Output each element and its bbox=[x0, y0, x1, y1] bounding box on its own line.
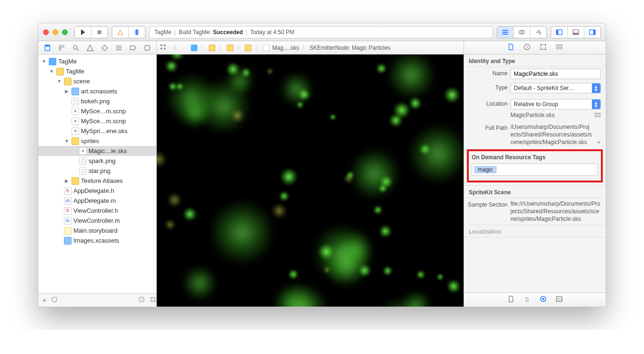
png-icon: ▢ bbox=[72, 98, 79, 105]
file-inspector-tab[interactable] bbox=[507, 43, 515, 52]
filter-scm-icon[interactable] bbox=[150, 296, 156, 304]
disclosure-triangle[interactable]: ▼ bbox=[41, 59, 47, 64]
project-tree[interactable]: ▼TagMe▼TagMe▼scene▶art.scnassets▢bokeh.p… bbox=[38, 54, 156, 293]
tree-item-label: spark.png bbox=[89, 157, 116, 164]
disclosure-triangle[interactable]: ▶ bbox=[64, 178, 70, 183]
inspector-tabstrip: ? bbox=[464, 41, 606, 54]
search-navigator-tab[interactable] bbox=[71, 44, 81, 52]
filter-clock-icon[interactable] bbox=[138, 296, 145, 304]
run-button[interactable] bbox=[75, 27, 91, 38]
filter-input[interactable] bbox=[63, 297, 134, 304]
tree-row[interactable]: ✦Magic…le.sks bbox=[38, 146, 156, 156]
tree-row[interactable]: Main.storyboard bbox=[38, 226, 156, 236]
zoom-button[interactable] bbox=[62, 29, 68, 35]
disclosure-triangle[interactable]: ▼ bbox=[56, 79, 62, 84]
tree-row[interactable]: Images.xcassets bbox=[38, 236, 156, 245]
tree-row[interactable]: ▼scene bbox=[38, 76, 156, 86]
particle bbox=[209, 200, 275, 265]
disclosure-triangle[interactable]: ▼ bbox=[64, 138, 70, 144]
particle bbox=[168, 82, 178, 91]
disclosure-triangle[interactable]: ▶ bbox=[64, 89, 70, 94]
choose-location-icon[interactable] bbox=[594, 111, 601, 119]
standard-editor-button[interactable] bbox=[497, 27, 514, 38]
project-navigator-tab[interactable] bbox=[42, 44, 53, 52]
tree-row[interactable]: ✦MySpri…ene.sks bbox=[38, 126, 156, 136]
tree-row[interactable]: ✦MySce…m.scnp bbox=[38, 116, 156, 126]
close-button[interactable] bbox=[43, 29, 49, 35]
toggle-inspector-button[interactable] bbox=[584, 27, 600, 38]
tree-row[interactable]: ▼TagMe bbox=[38, 66, 156, 76]
particle bbox=[376, 63, 387, 74]
tree-row[interactable]: ▶Texture Atlases bbox=[38, 176, 156, 186]
odr-tag-chip[interactable]: magic bbox=[474, 166, 497, 173]
tree-row[interactable]: ▢spark.png bbox=[38, 156, 156, 166]
particle-canvas[interactable] bbox=[157, 54, 464, 307]
code-snippet-library-tab[interactable]: {} bbox=[523, 295, 531, 304]
version-editor-button[interactable] bbox=[530, 27, 546, 38]
filter-recent-icon[interactable] bbox=[51, 296, 58, 304]
tree-item-label: scene bbox=[73, 78, 90, 85]
tree-row[interactable]: ▶art.scnassets bbox=[38, 86, 156, 96]
symbol-navigator-tab[interactable] bbox=[56, 44, 67, 52]
xcode-window: TagMe | Build TagMe: Succeeded | Today a… bbox=[38, 23, 606, 307]
tree-row[interactable]: mAppDelegate.m bbox=[38, 196, 156, 206]
add-button[interactable]: + bbox=[42, 296, 46, 305]
tree-row[interactable]: hAppDelegate.h bbox=[38, 186, 156, 196]
folder-icon bbox=[72, 137, 79, 145]
jump-bar[interactable]: 〈 〉 〉 〉 〉 〉 Mag….sks 〉 SKEmitterNode: Ma… bbox=[157, 41, 464, 54]
back-button[interactable]: 〈 bbox=[168, 44, 179, 52]
tree-item-label: TagMe bbox=[58, 58, 77, 65]
tree-item-label: MySpri…ene.sks bbox=[81, 127, 127, 135]
particle bbox=[437, 273, 444, 281]
toggle-navigator-button[interactable] bbox=[551, 27, 568, 38]
svg-point-30 bbox=[52, 297, 57, 302]
particle bbox=[416, 270, 425, 279]
minimize-button[interactable] bbox=[53, 29, 58, 35]
issue-navigator-tab[interactable] bbox=[85, 44, 95, 52]
particle bbox=[183, 207, 197, 221]
media-library-tab[interactable] bbox=[555, 295, 563, 304]
crumb-file-icon bbox=[263, 45, 269, 51]
tree-row[interactable]: ✦MySce…m.scnp bbox=[38, 106, 156, 116]
tree-row[interactable]: ▼TagMe bbox=[38, 56, 156, 66]
tree-row[interactable]: mViewController.m bbox=[38, 216, 156, 226]
tree-row[interactable]: hViewController.h bbox=[38, 206, 156, 216]
quick-help-tab[interactable]: ? bbox=[523, 43, 531, 52]
test-navigator-tab[interactable] bbox=[99, 44, 110, 52]
svg-rect-1 bbox=[98, 30, 101, 34]
debug-navigator-tab[interactable] bbox=[114, 44, 124, 52]
crumb-node-label[interactable]: SKEmitterNode: Magic Particles bbox=[310, 45, 391, 51]
particle bbox=[288, 269, 298, 280]
run-stop-group bbox=[74, 26, 108, 38]
tree-row[interactable]: ▢star.png bbox=[38, 166, 156, 176]
scheme-selector[interactable] bbox=[112, 26, 145, 38]
name-field[interactable] bbox=[510, 69, 601, 79]
file-template-library-tab[interactable] bbox=[507, 295, 515, 304]
forward-button[interactable]: 〉 bbox=[181, 44, 189, 52]
assistant-editor-button[interactable] bbox=[514, 27, 530, 38]
reveal-in-finder-icon[interactable]: ➜ bbox=[596, 139, 601, 145]
tree-row[interactable]: ▼sprites bbox=[38, 136, 156, 146]
location-select[interactable]: Relative to Group ▲▼ bbox=[510, 99, 601, 109]
particle bbox=[358, 264, 371, 277]
h-icon: h bbox=[64, 187, 72, 195]
stop-button[interactable] bbox=[91, 27, 107, 38]
tree-row[interactable]: ▢bokeh.png bbox=[38, 96, 156, 106]
object-library-tab[interactable] bbox=[539, 295, 547, 304]
odr-tags-field[interactable]: magic bbox=[472, 163, 598, 176]
scene-icon: ✦ bbox=[72, 127, 79, 135]
svg-rect-20 bbox=[59, 48, 61, 50]
type-select[interactable]: Default - SpriteKit Ser… ▲▼ bbox=[510, 83, 601, 93]
sample-section-value: file:///Users/msharp/Documents/Projects/… bbox=[510, 200, 601, 223]
report-navigator-tab[interactable] bbox=[142, 44, 152, 52]
node-inspector-tab[interactable] bbox=[539, 43, 547, 52]
attributes-inspector-tab[interactable] bbox=[555, 43, 563, 52]
tree-item-label: AppDelegate.h bbox=[73, 187, 114, 194]
breakpoint-navigator-tab[interactable] bbox=[128, 44, 138, 52]
particle bbox=[379, 225, 392, 237]
disclosure-triangle[interactable]: ▼ bbox=[49, 69, 54, 74]
tree-item-label: Texture Atlases bbox=[81, 177, 123, 184]
crumb-file-label[interactable]: Mag….sks bbox=[272, 45, 299, 51]
related-items-icon[interactable] bbox=[160, 44, 166, 52]
toggle-debug-button[interactable] bbox=[568, 27, 584, 38]
